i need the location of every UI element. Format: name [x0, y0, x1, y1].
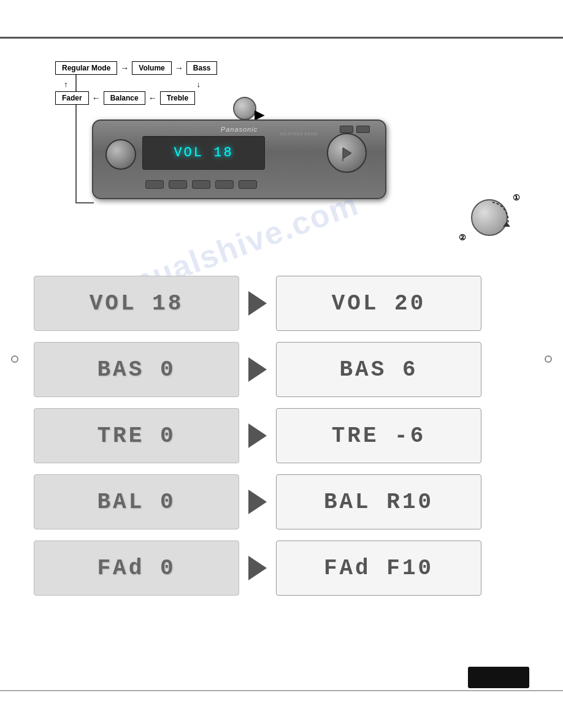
arrow-right-2: →: [175, 63, 183, 73]
arrow-left-2: ←: [148, 93, 157, 103]
radio-knob-left: [105, 139, 136, 170]
lcd-fad-left: FAd 0: [97, 556, 175, 581]
display-row-bas: BAS 0 BAS 6: [34, 342, 537, 397]
radio-display: VOL 18: [142, 136, 265, 170]
svg-marker-3: [503, 222, 510, 227]
flow-balance: Balance: [104, 91, 145, 105]
triangle-fad: [248, 556, 267, 580]
flow-regular-mode: Regular Mode: [55, 61, 117, 75]
display-row-tre: TRE 0 TRE -6: [34, 408, 537, 463]
top-border: [0, 37, 563, 39]
display-panel-vol-right: VOL 20: [276, 276, 481, 331]
triangle-vol: [248, 291, 267, 316]
lcd-tre-left: TRE 0: [97, 423, 175, 449]
radio-btn-3: [192, 180, 210, 189]
display-panel-bal-right: BAL R10: [276, 474, 481, 529]
lcd-vol-right: VOL 20: [332, 291, 426, 316]
radio-top-btn-1: [340, 126, 353, 133]
arrow-tre: [239, 423, 276, 448]
lcd-bal-right: BAL R10: [324, 490, 434, 515]
display-row-fad: FAd 0 FAd F10: [34, 540, 537, 596]
knob-curve-arrow: [459, 190, 520, 245]
arrow-up: ↑: [64, 80, 68, 89]
radio-body: Panasonic WEATHER BAND VOL 18: [92, 119, 386, 199]
radio-btn-2: [169, 180, 187, 189]
lcd-fad-right: FAd F10: [324, 556, 434, 581]
svg-marker-0: [343, 148, 351, 159]
radio-knob-right: [327, 133, 367, 173]
knob-diagram: ① ②: [459, 190, 520, 245]
display-panel-vol-left: VOL 18: [34, 276, 239, 331]
radio-buttons-row: [145, 180, 257, 189]
left-page-marker: [11, 355, 18, 363]
arrow-fad: [239, 556, 276, 580]
radio-display-text: VOL 18: [174, 145, 233, 161]
flow-row-1: Regular Mode → Volume → Bass: [55, 61, 301, 75]
triangle-bas: [248, 357, 267, 382]
lcd-bal-left: BAL 0: [97, 490, 175, 515]
left-connector-horizontal-bottom: [75, 202, 94, 203]
arrow-bal: [239, 490, 276, 514]
display-panel-bas-left: BAS 0: [34, 342, 239, 397]
display-panel-bas-right: BAS 6: [276, 342, 481, 397]
radio-container: Panasonic WEATHER BAND VOL 18: [92, 119, 386, 205]
lcd-bas-right: BAS 6: [339, 357, 418, 382]
arrow-down: ↓: [197, 80, 201, 89]
flow-volume: Volume: [132, 61, 171, 75]
arrow-vol: [239, 291, 276, 316]
lcd-tre-right: TRE -6: [332, 423, 426, 449]
radio-top-btn-2: [356, 126, 370, 133]
display-panel-bal-left: BAL 0: [34, 474, 239, 529]
display-panel-tre-left: TRE 0: [34, 408, 239, 463]
triangle-bal: [248, 490, 267, 514]
arrow-right-1: →: [120, 63, 129, 73]
displays-section: VOL 18 VOL 20 BAS 0 BAS 6 TRE 0 TRE -6: [34, 276, 537, 607]
bottom-border: [0, 690, 563, 691]
radio-btn-5: [239, 180, 257, 189]
display-row-bal: BAL 0 BAL R10: [34, 474, 537, 529]
flow-treble: Treble: [160, 91, 195, 105]
display-panel-fad-left: FAd 0: [34, 540, 239, 596]
flow-diagram: Regular Mode → Volume → Bass ↑ ↓ Fader ←…: [55, 61, 301, 110]
radio-btn-1: [145, 180, 164, 189]
lcd-bas-left: BAS 0: [97, 357, 175, 382]
bottom-page-box: [468, 667, 529, 688]
radio-brand: Panasonic: [221, 126, 258, 133]
display-row-vol: VOL 18 VOL 20: [34, 276, 537, 331]
weather-band-label: WEATHER BAND: [280, 132, 318, 136]
display-panel-fad-right: FAd F10: [276, 540, 481, 596]
radio-btn-4: [215, 180, 234, 189]
display-panel-tre-right: TRE -6: [276, 408, 481, 463]
arrow-bas: [239, 357, 276, 382]
flow-fader: Fader: [55, 91, 89, 105]
lcd-vol-left: VOL 18: [90, 291, 184, 316]
arrow-left-1: ←: [92, 93, 101, 103]
flow-row-2: Fader ← Balance ← Treble: [55, 91, 301, 105]
right-page-marker: [545, 355, 552, 363]
small-knob: [233, 97, 256, 120]
flow-bass: Bass: [186, 61, 218, 75]
triangle-tre: [248, 423, 267, 448]
